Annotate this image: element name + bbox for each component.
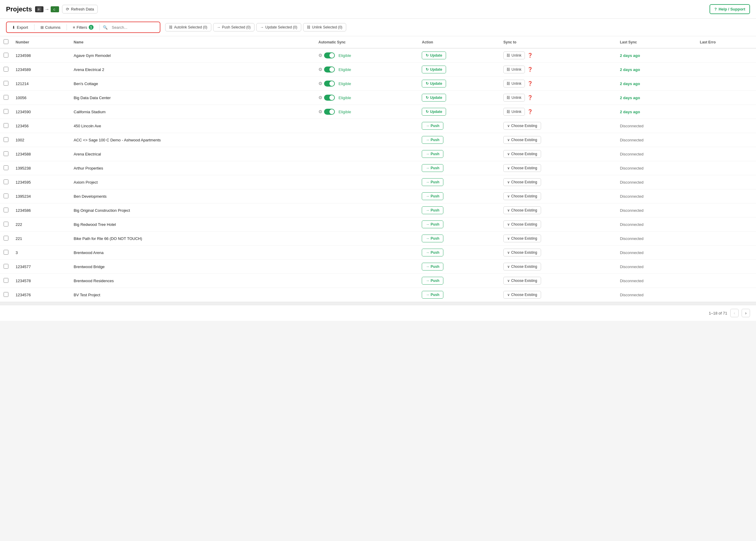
row-name: BV Test Project (70, 288, 315, 302)
row-number: 1234576 (12, 288, 70, 302)
row-checkbox[interactable] (4, 222, 8, 227)
select-all-checkbox[interactable] (4, 39, 8, 44)
help-circle-icon[interactable]: ❓ (527, 53, 533, 58)
choose-existing-button[interactable]: ∨ Choose Existing (503, 164, 541, 172)
toggle-switch[interactable] (324, 81, 335, 87)
choose-existing-button[interactable]: ∨ Choose Existing (503, 277, 541, 284)
push-button[interactable]: → Push (422, 235, 443, 242)
help-circle-icon[interactable]: ❓ (527, 95, 533, 100)
refresh-button[interactable]: ⟳ Refresh Data (62, 5, 98, 13)
row-checkbox[interactable] (4, 292, 8, 297)
unlink-button[interactable]: ⛓ Unlink (503, 52, 525, 59)
push-button[interactable]: → Push (422, 263, 443, 270)
push-button[interactable]: → Push (422, 192, 443, 200)
choose-existing-button[interactable]: ∨ Choose Existing (503, 178, 541, 186)
search-input[interactable] (109, 24, 157, 31)
row-checkbox[interactable] (4, 95, 8, 100)
push-button[interactable]: → Push (422, 249, 443, 257)
push-button[interactable]: → Push (422, 277, 443, 284)
choose-existing-button[interactable]: ∨ Choose Existing (503, 192, 541, 200)
scrollbar[interactable] (0, 302, 756, 305)
eligible-label: Eligible (338, 110, 351, 114)
unlink-button[interactable]: ⛓ Unlink (503, 66, 525, 73)
unlink-button[interactable]: ⛓ Unlink (503, 94, 525, 102)
update-button[interactable]: ↻ Update (422, 52, 446, 59)
push-button[interactable]: → Push (422, 291, 443, 299)
columns-button[interactable]: ⊞ Columns (37, 24, 64, 31)
next-page-button[interactable]: › (742, 309, 750, 317)
row-checkbox[interactable] (4, 278, 8, 283)
push-button[interactable]: → Push (422, 150, 443, 158)
row-checkbox[interactable] (4, 137, 8, 142)
update-button[interactable]: ↻ Update (422, 108, 446, 116)
push-button[interactable]: → Push (422, 207, 443, 214)
choose-existing-button[interactable]: ∨ Choose Existing (503, 249, 541, 257)
gear-icon[interactable]: ⚙ (318, 67, 322, 72)
row-number: 1234590 (12, 105, 70, 119)
filters-button[interactable]: ≡ Filters 1 (70, 23, 97, 31)
row-checkbox[interactable] (4, 194, 8, 198)
push-button[interactable]: → Push (422, 178, 443, 186)
toggle-switch[interactable] (324, 95, 335, 101)
help-circle-icon[interactable]: ❓ (527, 109, 533, 115)
push-button[interactable]: → Push (422, 164, 443, 172)
row-checkbox[interactable] (4, 151, 8, 156)
push-selected-button[interactable]: → Push Selected (0) (213, 23, 254, 31)
choose-existing-button[interactable]: ∨ Choose Existing (503, 221, 541, 228)
table-row: 123456450 Lincoln Ave→ Push∨ Choose Exis… (0, 119, 756, 133)
row-last-sync: 2 days ago (616, 77, 696, 91)
toggle-switch[interactable] (324, 109, 335, 115)
row-sync-to: ∨ Choose Existing (500, 246, 616, 260)
row-name: Arena Electrical 2 (70, 63, 315, 77)
help-circle-icon[interactable]: ❓ (527, 81, 533, 86)
choose-existing-button[interactable]: ∨ Choose Existing (503, 263, 541, 270)
row-checkbox[interactable] (4, 53, 8, 58)
row-checkbox[interactable] (4, 208, 8, 213)
row-checkbox[interactable] (4, 264, 8, 269)
gear-icon[interactable]: ⚙ (318, 53, 322, 58)
last-sync-value: Disconnected (620, 194, 644, 199)
row-checkbox[interactable] (4, 67, 8, 72)
choose-existing-button[interactable]: ∨ Choose Existing (503, 235, 541, 242)
row-checkbox[interactable] (4, 123, 8, 128)
toggle-switch[interactable] (324, 52, 335, 58)
row-checkbox[interactable] (4, 109, 8, 114)
gear-icon[interactable]: ⚙ (318, 95, 322, 100)
unlink-button[interactable]: ⛓ Unlink (503, 80, 525, 88)
row-checkbox[interactable] (4, 250, 8, 255)
unlink-icon: ⛓ (507, 110, 510, 114)
help-circle-icon[interactable]: ❓ (527, 67, 533, 72)
update-button[interactable]: ↻ Update (422, 66, 446, 73)
export-button[interactable]: ⬇ Export (9, 24, 31, 31)
unlink-button[interactable]: ⛓ Unlink (503, 108, 525, 116)
gear-icon[interactable]: ⚙ (318, 109, 322, 115)
push-button[interactable]: → Push (422, 136, 443, 144)
row-checkbox[interactable] (4, 165, 8, 170)
choose-existing-button[interactable]: ∨ Choose Existing (503, 207, 541, 214)
row-checkbox[interactable] (4, 236, 8, 241)
eligible-label: Eligible (338, 82, 351, 86)
row-action: → Push (418, 161, 500, 175)
unlink-selected-button[interactable]: ⛓ Unlink Selected (0) (303, 23, 346, 31)
push-icon: → (426, 124, 429, 128)
prev-page-button[interactable]: ‹ (730, 309, 739, 317)
choose-existing-button[interactable]: ∨ Choose Existing (503, 150, 541, 158)
row-last-error (696, 48, 756, 63)
update-button[interactable]: ↻ Update (422, 80, 446, 88)
row-last-sync: Disconnected (616, 274, 696, 288)
row-number: 10056 (12, 91, 70, 105)
push-icon: → (426, 152, 429, 156)
help-button[interactable]: ? Help / Support (710, 4, 750, 14)
gear-icon[interactable]: ⚙ (318, 81, 322, 86)
row-checkbox[interactable] (4, 81, 8, 86)
choose-existing-button[interactable]: ∨ Choose Existing (503, 291, 541, 299)
update-selected-button[interactable]: → Update Selected (0) (256, 23, 301, 31)
push-button[interactable]: → Push (422, 122, 443, 130)
autolink-button[interactable]: ⛓ Autolink Selected (0) (165, 23, 211, 31)
choose-existing-button[interactable]: ∨ Choose Existing (503, 122, 541, 130)
push-button[interactable]: → Push (422, 221, 443, 228)
row-checkbox[interactable] (4, 180, 8, 184)
choose-existing-button[interactable]: ∨ Choose Existing (503, 136, 541, 144)
toggle-switch[interactable] (324, 67, 335, 73)
update-button[interactable]: ↻ Update (422, 94, 446, 102)
